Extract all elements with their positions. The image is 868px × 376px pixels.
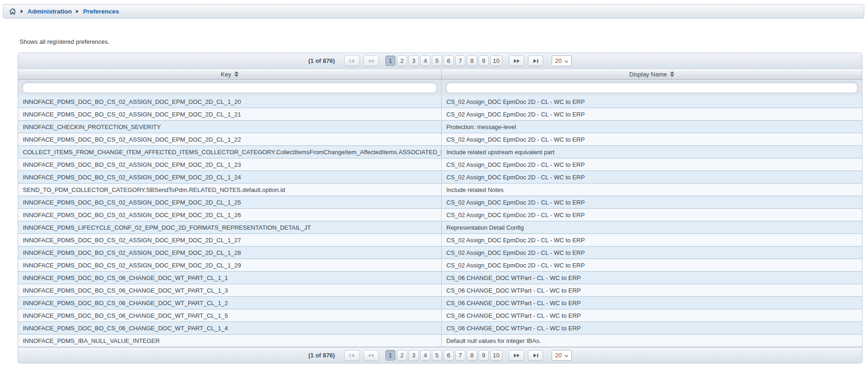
column-header-display-name[interactable]: Display Name <box>442 69 862 79</box>
page-button-1[interactable]: 1 <box>385 350 396 361</box>
rows-per-page-select[interactable]: 20 <box>552 350 572 361</box>
display-name-cell: CS_02 Assign_DOC EpmDoc 2D - CL - WC to … <box>442 96 862 108</box>
display-name-cell: CS_02 Assign_DOC EpmDoc 2D - CL - WC to … <box>442 196 862 208</box>
page-button-6[interactable]: 6 <box>444 350 454 361</box>
display-name-cell: CS_06 CHANGE_DOC WTPart - CL - WC to ERP <box>442 322 862 334</box>
key-cell: INNOFACE_PDMS_DOC_BO_CS_02_ASSIGN_DOC_EP… <box>18 108 442 120</box>
next-page-button[interactable] <box>509 55 524 66</box>
display-name-cell: CS_02 Assign_DOC EpmDoc 2D - CL - WC to … <box>442 158 862 171</box>
table-row[interactable]: INNOFACE_PDMS_DOC_BO_CS_02_ASSIGN_DOC_EP… <box>18 171 862 184</box>
page-button-5[interactable]: 5 <box>432 55 442 66</box>
page-button-3[interactable]: 3 <box>409 55 419 66</box>
breadcrumb: Administration Preferences <box>3 4 864 19</box>
rows-per-page-select[interactable]: 20 <box>552 55 572 66</box>
page-button-2[interactable]: 2 <box>397 55 407 66</box>
page-button-6[interactable]: 6 <box>444 55 454 66</box>
page-button-3[interactable]: 3 <box>409 350 419 361</box>
first-page-icon <box>349 59 355 63</box>
breadcrumb-separator-icon <box>76 9 79 14</box>
table-row[interactable]: SEND_TO_PDM_COLLECTOR_CATEGORY.SBSendToP… <box>18 184 862 196</box>
key-cell: INNOFACE_CHECKIN_PROTECTION_SEVERITY <box>18 121 442 133</box>
page-button-8[interactable]: 8 <box>467 350 477 361</box>
next-page-icon <box>513 353 520 358</box>
table-row[interactable]: INNOFACE_PDMS_DOC_BO_CS_02_ASSIGN_DOC_EP… <box>18 196 862 209</box>
table-row[interactable]: INNOFACE_PDMS_DOC_BO_CS_02_ASSIGN_DOC_EP… <box>18 246 862 259</box>
breadcrumb-item-preferences[interactable]: Preferences <box>83 8 119 15</box>
page-button-9[interactable]: 9 <box>478 350 489 361</box>
key-cell: COLLECT_ITEMS_FROM_CHANGE_ITEM_AFFECTED_… <box>18 146 442 158</box>
paginator: (1 of 876) 12345678910 20 <box>18 53 862 69</box>
last-page-button[interactable] <box>528 55 543 66</box>
first-page-icon <box>349 353 355 358</box>
key-filter-input[interactable] <box>22 82 437 93</box>
display-name-cell: CS_02 Assign_DOC EpmDoc 2D - CL - WC to … <box>442 259 862 271</box>
first-page-button[interactable] <box>344 350 360 361</box>
key-filter-cell <box>18 80 442 96</box>
display-name-filter-cell <box>442 80 862 96</box>
next-page-button[interactable] <box>509 350 524 361</box>
paginator-pages: 12345678910 <box>385 350 502 361</box>
page-button-5[interactable]: 5 <box>432 350 442 361</box>
key-cell: INNOFACE_PDMS_DOC_BO_CS_02_ASSIGN_DOC_EP… <box>18 171 442 183</box>
page-button-10[interactable]: 10 <box>490 55 502 66</box>
page-button-8[interactable]: 8 <box>467 55 477 66</box>
table-row[interactable]: INNOFACE_PDMS_IBA_NULL_VALUE_INTEGERDefa… <box>18 335 862 347</box>
paginator-current-text: (1 of 876) <box>308 352 335 359</box>
table-row[interactable]: INNOFACE_PDMS_DOC_BO_CS_02_ASSIGN_DOC_EP… <box>18 96 862 108</box>
page-button-2[interactable]: 2 <box>397 350 407 361</box>
page-button-4[interactable]: 4 <box>420 350 431 361</box>
last-page-button[interactable] <box>528 350 543 361</box>
paginator: (1 of 876) 12345678910 20 <box>18 347 862 363</box>
table-row[interactable]: COLLECT_ITEMS_FROM_CHANGE_ITEM_AFFECTED_… <box>18 146 862 158</box>
key-cell: INNOFACE_PDMS_DOC_BO_CS_02_ASSIGN_DOC_EP… <box>18 209 442 221</box>
page-button-9[interactable]: 9 <box>478 55 489 66</box>
prev-page-button[interactable] <box>363 55 379 66</box>
key-cell: INNOFACE_PDMS_LIFECYCLE_CONF_02_EPM_DOC_… <box>18 221 442 233</box>
table-header-row: Key Display Name <box>18 69 862 80</box>
page-button-10[interactable]: 10 <box>490 350 502 361</box>
display-name-filter-input[interactable] <box>446 82 858 93</box>
table-row[interactable]: INNOFACE_PDMS_DOC_BO_CS_06_CHANGE_DOC_WT… <box>18 272 862 284</box>
key-cell: INNOFACE_PDMS_DOC_BO_CS_02_ASSIGN_DOC_EP… <box>18 133 442 145</box>
key-cell: INNOFACE_PDMS_DOC_BO_CS_06_CHANGE_DOC_WT… <box>18 284 442 296</box>
page-button-1[interactable]: 1 <box>385 55 396 66</box>
display-name-cell: Protection: message-level <box>442 121 862 133</box>
paginator-pages: 12345678910 <box>385 55 502 66</box>
table-row[interactable]: INNOFACE_PDMS_DOC_BO_CS_02_ASSIGN_DOC_EP… <box>18 108 862 121</box>
page-button-4[interactable]: 4 <box>420 55 431 66</box>
page-description: Shows all registered preferences. <box>20 38 109 45</box>
table-body: INNOFACE_PDMS_DOC_BO_CS_02_ASSIGN_DOC_EP… <box>18 96 862 347</box>
table-row[interactable]: INNOFACE_PDMS_DOC_BO_CS_02_ASSIGN_DOC_EP… <box>18 133 862 146</box>
key-cell: SEND_TO_PDM_COLLECTOR_CATEGORY.SBSendToP… <box>18 184 442 196</box>
dropdown-chevron-icon <box>564 352 568 359</box>
preferences-table: (1 of 876) 12345678910 20 <box>18 53 862 363</box>
table-row[interactable]: INNOFACE_PDMS_DOC_BO_CS_02_ASSIGN_DOC_EP… <box>18 259 862 272</box>
table-row[interactable]: INNOFACE_PDMS_LIFECYCLE_CONF_02_EPM_DOC_… <box>18 221 862 234</box>
table-row[interactable]: INNOFACE_PDMS_DOC_BO_CS_02_ASSIGN_DOC_EP… <box>18 158 862 171</box>
key-cell: INNOFACE_PDMS_DOC_BO_CS_06_CHANGE_DOC_WT… <box>18 272 442 284</box>
sort-icon <box>234 71 239 77</box>
table-row[interactable]: INNOFACE_CHECKIN_PROTECTION_SEVERITYProt… <box>18 121 862 133</box>
page-button-7[interactable]: 7 <box>455 55 465 66</box>
page-button-7[interactable]: 7 <box>455 350 465 361</box>
prev-page-button[interactable] <box>363 350 379 361</box>
display-name-cell: Representation Detail Config <box>442 221 862 233</box>
column-header-key[interactable]: Key <box>18 69 442 79</box>
table-row[interactable]: INNOFACE_PDMS_DOC_BO_CS_02_ASSIGN_DOC_EP… <box>18 234 862 246</box>
display-name-cell: CS_02 Assign_DOC EpmDoc 2D - CL - WC to … <box>442 246 862 259</box>
prev-page-icon <box>368 353 374 358</box>
table-row[interactable]: INNOFACE_PDMS_DOC_BO_CS_06_CHANGE_DOC_WT… <box>18 309 862 322</box>
display-name-cell: CS_06 CHANGE_DOC WTPart - CL - WC to ERP <box>442 284 862 296</box>
first-page-button[interactable] <box>344 55 360 66</box>
rows-per-page-value: 20 <box>555 352 561 359</box>
breadcrumb-item-administration[interactable]: Administration <box>27 8 72 15</box>
table-row[interactable]: INNOFACE_PDMS_DOC_BO_CS_06_CHANGE_DOC_WT… <box>18 297 862 309</box>
home-icon[interactable] <box>9 8 16 15</box>
next-page-icon <box>513 59 520 63</box>
table-row[interactable]: INNOFACE_PDMS_DOC_BO_CS_02_ASSIGN_DOC_EP… <box>18 209 862 221</box>
table-row[interactable]: INNOFACE_PDMS_DOC_BO_CS_06_CHANGE_DOC_WT… <box>18 322 862 335</box>
display-name-cell: CS_02 Assign_DOC EpmDoc 2D - CL - WC to … <box>442 108 862 120</box>
table-row[interactable]: INNOFACE_PDMS_DOC_BO_CS_06_CHANGE_DOC_WT… <box>18 284 862 297</box>
key-cell: INNOFACE_PDMS_IBA_NULL_VALUE_INTEGER <box>18 335 442 347</box>
last-page-icon <box>533 59 539 63</box>
